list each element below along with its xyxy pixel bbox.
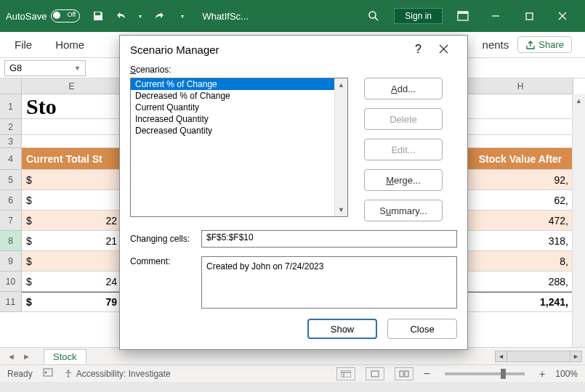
row-header[interactable]: 11 [0,292,22,312]
add-button[interactable]: Add... [364,78,443,99]
save-icon[interactable] [90,8,106,24]
data-cell[interactable]: $24 [22,271,122,292]
svg-rect-5 [526,13,533,20]
horizontal-scrollbar[interactable]: ◄► [495,351,582,362]
dialog-close-button[interactable] [430,44,457,56]
document-title: WhatIfSc... [202,11,249,22]
normal-view-button[interactable] [336,367,355,380]
share-button[interactable]: Share [517,36,572,53]
row-header[interactable]: 10 [0,271,22,292]
maximize-button[interactable] [512,5,546,27]
data-cell[interactable]: 62, [468,190,573,211]
select-all-corner[interactable] [0,78,22,94]
autosave-toggle[interactable]: AutoSave Off [6,9,80,23]
svg-point-9 [44,372,47,374]
listbox-scrollbar[interactable]: ▲▼ [334,78,347,216]
status-ready: Ready [7,369,33,379]
name-box-value: G8 [9,62,22,73]
col-header-e[interactable]: E [22,78,122,94]
list-item[interactable]: Current Quantity [131,102,347,113]
tab-truncated[interactable]: nents [481,36,511,54]
zoom-in-button[interactable]: + [539,368,545,380]
data-cell[interactable]: 288, [468,271,573,292]
list-item[interactable]: Increased Quantity [131,113,347,125]
macro-record-icon[interactable] [43,367,53,380]
summary-button[interactable]: Summary... [364,200,443,221]
scroll-up-arrow-icon[interactable]: ▲ [335,78,347,91]
scroll-left-arrow-icon[interactable]: ◄ [496,351,507,362]
close-button[interactable]: Close [387,319,457,339]
scenario-manager-dialog: Scenario Manager ? Scenarios: Current % … [119,35,468,350]
help-button[interactable]: ? [406,43,430,56]
sheet-title-cell[interactable]: Sto [22,94,122,119]
data-cell[interactable]: 8, [468,251,573,271]
show-button[interactable]: Show [307,319,377,339]
comment-label: Comment: [130,256,195,266]
row-header[interactable]: 7 [0,211,22,231]
data-cell[interactable]: 92, [468,170,573,190]
chevron-down-icon[interactable]: ▼ [74,65,81,72]
data-cell[interactable]: 318, [468,231,573,251]
minimize-button[interactable] [479,5,512,27]
data-cell[interactable]: $79 [22,292,122,312]
data-cell[interactable]: $22 [22,211,122,231]
row-header[interactable]: 5 [0,170,22,190]
tab-home[interactable]: Home [54,36,86,54]
data-cell[interactable]: $ [22,251,122,271]
row-header[interactable]: 8 [0,231,22,251]
title-bar: AutoSave Off ▾ ▾ WhatIfSc... Sign in [0,0,585,32]
data-cell[interactable]: $ [22,170,122,190]
status-bar: Ready Accessibility: Investigate − + 100… [0,364,585,382]
undo-icon[interactable] [113,8,129,24]
delete-button[interactable]: Delete [364,108,443,130]
scroll-down-arrow-icon[interactable]: ▼ [335,203,347,216]
page-break-view-button[interactable] [395,367,413,380]
scroll-right-arrow-icon[interactable]: ► [570,351,581,362]
data-cell[interactable]: $21 [22,231,122,251]
row-header[interactable]: 6 [0,190,22,211]
row-header[interactable]: 2 [0,119,22,135]
row-header[interactable]: 3 [0,135,22,148]
dialog-title-bar[interactable]: Scenario Manager ? [120,36,467,63]
name-box[interactable]: G8 ▼ [4,60,86,76]
edit-button[interactable]: Edit... [364,139,443,160]
svg-point-0 [369,12,376,18]
sign-in-button[interactable]: Sign in [394,8,443,24]
list-item[interactable]: Decreased % of Change [131,90,347,102]
row-header[interactable]: 4 [0,148,22,170]
row-header[interactable]: 1 [0,94,22,119]
row-header[interactable]: 9 [0,251,22,271]
header-cell[interactable]: Stock Value After [468,148,573,170]
zoom-level[interactable]: 100% [555,369,578,379]
toggle-switch[interactable]: Off [51,9,80,23]
svg-point-10 [67,369,69,372]
zoom-out-button[interactable]: − [424,367,430,380]
sheet-nav[interactable]: ◄► [7,352,31,361]
search-icon[interactable] [358,6,390,26]
vertical-scrollbar[interactable]: ▲ [572,94,585,347]
col-header-h[interactable]: H [468,78,573,94]
data-cell[interactable]: $ [22,190,122,211]
row-headers: 1 2 3 4 5 6 7 8 9 10 11 [0,94,22,312]
accessibility-status[interactable]: Accessibility: Investigate [63,369,171,379]
list-item[interactable]: Current % of Change [131,78,347,90]
svg-rect-15 [400,371,403,377]
qat-dropdown-icon[interactable]: ▾ [174,8,190,24]
dialog-title: Scenario Manager [130,44,219,56]
scroll-up-arrow-icon[interactable]: ▲ [573,94,585,107]
scenarios-listbox[interactable]: Current % of Change Decreased % of Chang… [130,78,348,217]
data-cell[interactable]: 1,241, [468,292,573,312]
sheet-tab-active[interactable]: Stock [44,349,86,364]
zoom-slider[interactable] [445,372,525,375]
header-cell[interactable]: Current Total St [22,148,122,170]
undo-dropdown-icon[interactable]: ▾ [137,8,144,24]
window-close-button[interactable] [546,5,579,27]
ribbon-options-icon[interactable] [447,6,479,26]
svg-rect-3 [458,12,468,14]
redo-icon[interactable] [151,8,167,24]
merge-button[interactable]: Merge... [364,169,443,191]
page-layout-view-button[interactable] [366,367,384,380]
list-item[interactable]: Decreased Quantity [131,125,347,136]
tab-file[interactable]: File [13,36,33,54]
data-cell[interactable]: 472, [468,211,573,231]
